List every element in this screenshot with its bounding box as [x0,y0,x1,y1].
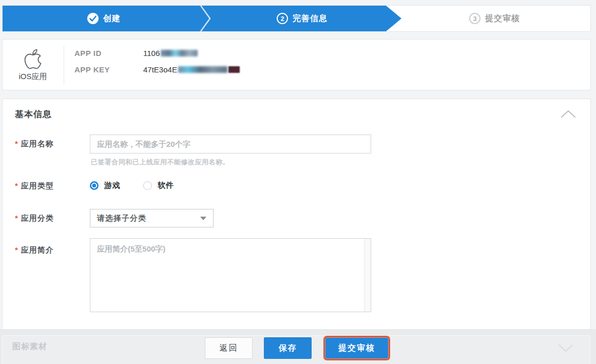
app-id-redacted-blur [161,50,198,56]
app-id-row: APP ID 1106 [74,48,198,58]
app-category-label: *应用分类 [15,214,54,223]
basic-info-card: 基本信息 *应用名称 已签署合同和已上线应用不能修改应用名称。 *应用类型 游戏… [2,99,591,335]
app-name-hint: 已签署合同和已上线应用不能修改应用名称。 [91,158,229,167]
submit-review-button[interactable]: 提交审核 [323,336,390,360]
app-type-radio-group: 游戏 软件 [90,181,174,190]
required-asterisk: * [15,181,18,190]
app-key-row: APP KEY 47tE3o4E [74,64,240,74]
chevron-up-icon[interactable] [560,109,576,119]
step-complete-info-label: 完善信息 [293,13,328,24]
app-intro-label: *应用简介 [15,245,54,255]
platform-block: iOS应用 [3,40,63,90]
vertical-divider [64,46,64,85]
app-id-label: APP ID [74,49,143,58]
app-category-selected-value: 请选择子分类 [97,214,200,223]
step-submit-review[interactable]: 3 提交审核 [469,6,520,31]
radio-option-game[interactable]: 游戏 [90,181,121,190]
app-intro-textarea[interactable] [90,238,371,312]
app-key-value: 47tE3o4E [143,65,240,74]
required-asterisk: * [15,139,18,148]
radio-software-label: 软件 [158,181,174,190]
step-create[interactable]: 创建 [87,6,121,31]
save-button[interactable]: 保存 [264,337,312,359]
app-intro-field [90,238,371,312]
app-category-select[interactable]: 请选择子分类 [90,209,214,227]
app-name-input[interactable] [90,135,371,154]
back-button[interactable]: 返回 [205,337,253,359]
radio-game-label: 游戏 [104,181,121,190]
radio-option-software[interactable]: 软件 [143,181,174,190]
progress-stepper: 创建 2 完善信息 3 提交审核 [2,5,591,32]
radio-unselected-icon [143,181,152,190]
required-asterisk: * [15,245,18,254]
platform-label: iOS应用 [18,72,47,82]
step-2-number-icon: 2 [277,13,288,24]
chevron-down-icon[interactable] [557,343,574,353]
caret-down-icon [200,217,206,220]
app-info-card: iOS应用 APP ID 1106 APP KEY 47tE3o4E [2,39,591,90]
basic-info-section-title: 基本信息 [15,108,52,120]
required-asterisk: * [15,214,18,222]
app-type-label: *应用类型 [15,181,54,191]
radio-selected-icon [90,181,99,190]
icon-assets-section-title: 图标素材 [12,341,47,352]
step-submit-review-label: 提交审核 [485,13,520,24]
app-key-label: APP KEY [74,65,143,74]
app-key-redacted-dark-blur [228,66,240,73]
apple-logo-icon [24,48,42,70]
sticky-action-footer: 图标素材 返回 保存 提交审核 [0,329,596,364]
app-id-value: 1106 [143,49,198,58]
step-3-number-icon: 3 [469,13,480,24]
step-create-label: 创建 [103,13,121,24]
app-key-redacted-blur [178,66,227,73]
step-separator-chevron-icon [200,6,212,31]
step-complete-info[interactable]: 2 完善信息 [277,6,328,31]
app-name-label: *应用名称 [15,139,54,149]
step-done-check-icon [87,13,99,24]
